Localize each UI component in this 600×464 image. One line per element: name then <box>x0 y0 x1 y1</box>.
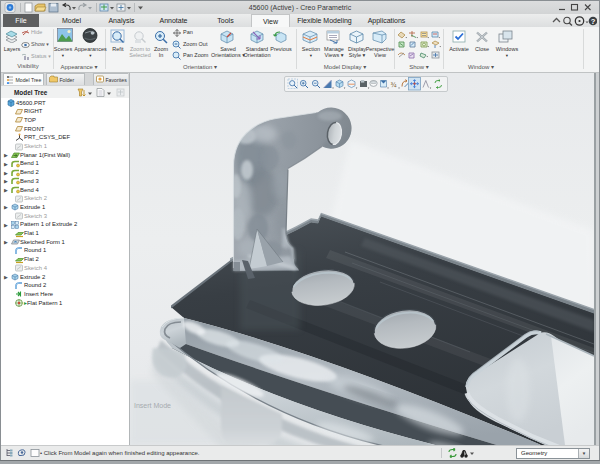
svg-text:¾: ¾ <box>391 81 397 88</box>
svg-text:Insert Mode: Insert Mode <box>134 402 171 409</box>
svg-text:?: ? <box>591 17 596 26</box>
